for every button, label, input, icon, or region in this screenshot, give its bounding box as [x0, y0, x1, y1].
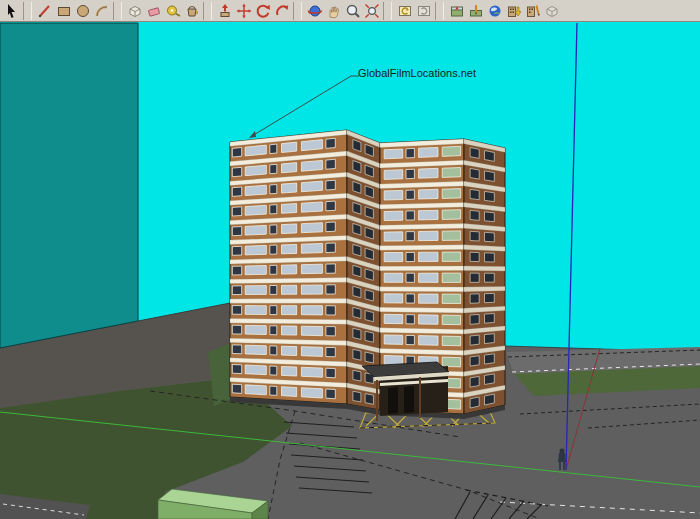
tool-model-box[interactable]	[542, 1, 561, 21]
arc-icon	[94, 3, 110, 19]
sketchup-window: GlobalFilmLocations.net	[0, 0, 700, 519]
tool-tape-measure[interactable]	[163, 1, 182, 21]
tool-line[interactable]	[35, 1, 54, 21]
toolbar-separator	[293, 2, 302, 20]
tool-eraser[interactable]	[144, 1, 163, 21]
toggle-terrain-icon	[468, 3, 484, 19]
tool-get-current-view[interactable]	[447, 1, 466, 21]
pan-icon	[326, 3, 342, 19]
tool-rotate[interactable]	[253, 1, 272, 21]
tool-google-earth[interactable]	[485, 1, 504, 21]
toolbar	[0, 0, 700, 22]
tool-get-models[interactable]	[504, 1, 523, 21]
tool-make-component[interactable]	[125, 1, 144, 21]
toolbar-separator	[203, 2, 212, 20]
rotate-icon	[255, 3, 271, 19]
circle-icon	[75, 3, 91, 19]
offset-icon	[274, 3, 290, 19]
tool-previous-view[interactable]	[395, 1, 414, 21]
push-pull-icon	[217, 3, 233, 19]
line-icon	[37, 3, 53, 19]
entrance-door	[388, 387, 398, 414]
tool-zoom[interactable]	[343, 1, 362, 21]
scene-svg	[0, 0, 700, 519]
eraser-icon	[146, 3, 162, 19]
tool-select[interactable]	[2, 1, 21, 21]
tool-arc[interactable]	[92, 1, 111, 21]
make-component-icon	[127, 3, 143, 19]
previous-view-icon	[397, 3, 413, 19]
tool-circle[interactable]	[73, 1, 92, 21]
3d-viewport[interactable]: GlobalFilmLocations.net	[0, 0, 700, 519]
tool-push-pull[interactable]	[215, 1, 234, 21]
toolbar-separator	[435, 2, 444, 20]
backdrop-wall	[0, 23, 138, 348]
tool-move[interactable]	[234, 1, 253, 21]
tool-zoom-extents[interactable]	[362, 1, 381, 21]
tool-offset[interactable]	[272, 1, 291, 21]
paint-bucket-icon	[184, 3, 200, 19]
orbit-icon	[307, 3, 323, 19]
tool-share-model[interactable]	[523, 1, 542, 21]
toolbar-separator	[23, 2, 32, 20]
tool-toggle-terrain[interactable]	[466, 1, 485, 21]
model-box-icon	[544, 3, 560, 19]
zoom-icon	[345, 3, 361, 19]
facade-front-left	[230, 130, 347, 404]
toolbar-separator	[113, 2, 122, 20]
get-models-icon	[506, 3, 522, 19]
rectangle-icon	[56, 3, 72, 19]
zoom-extents-icon	[364, 3, 380, 19]
share-model-icon	[525, 3, 541, 19]
tool-rectangle[interactable]	[54, 1, 73, 21]
tool-pan[interactable]	[324, 1, 343, 21]
next-view-icon	[416, 3, 432, 19]
facade-side-right	[464, 139, 505, 414]
get-current-view-icon	[449, 3, 465, 19]
google-earth-icon	[487, 3, 503, 19]
tool-paint-bucket[interactable]	[182, 1, 201, 21]
entrance-door	[404, 386, 414, 413]
toolbar-separator	[383, 2, 392, 20]
tape-measure-icon	[165, 3, 181, 19]
tool-next-view[interactable]	[414, 1, 433, 21]
move-icon	[236, 3, 252, 19]
model-annotation-label: GlobalFilmLocations.net	[358, 67, 476, 79]
select-icon	[4, 3, 20, 19]
tool-orbit[interactable]	[305, 1, 324, 21]
